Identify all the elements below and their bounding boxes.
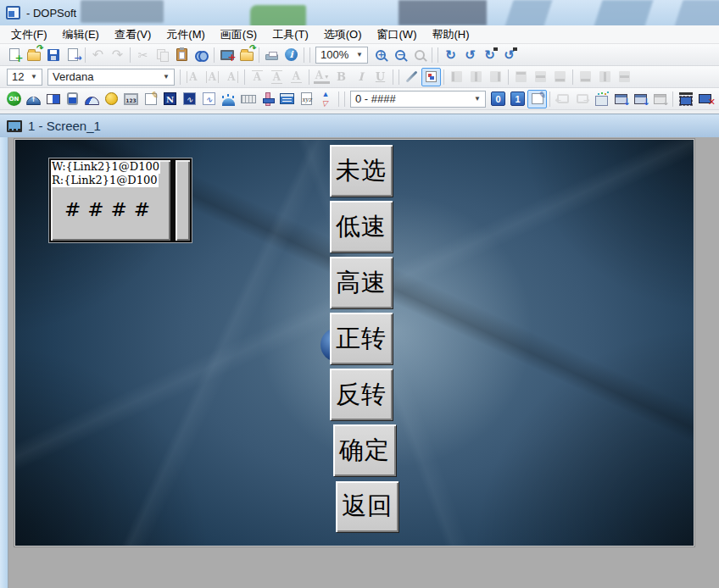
on-button-element-icon[interactable] — [4, 90, 24, 108]
macro-undo-icon[interactable]: ↺ — [499, 46, 519, 64]
keyboard-element-icon[interactable] — [238, 90, 258, 108]
slider-element-icon[interactable] — [258, 90, 277, 108]
separator — [85, 47, 86, 63]
menu-window[interactable]: 窗口(W) — [370, 25, 425, 44]
record-table-element-icon[interactable] — [277, 90, 297, 108]
state-edit-icon[interactable] — [527, 90, 547, 108]
separator — [572, 69, 573, 85]
prev-screen-icon — [553, 90, 572, 108]
font-color-icon: A — [312, 68, 332, 86]
numeric-entry-element-icon[interactable] — [160, 90, 180, 108]
hmi-button-gaosu[interactable]: 高速 — [330, 257, 393, 308]
read-address-label: R:{Link2}1@D100 — [51, 174, 159, 187]
tank-element-icon[interactable] — [63, 90, 82, 108]
font-name-combo[interactable]: Verdana ▼ — [47, 69, 175, 86]
menu-screen[interactable]: 画面(S) — [213, 25, 265, 44]
half-meter-element-icon[interactable] — [82, 90, 102, 108]
hmi-button-disu[interactable]: 低速 — [330, 201, 393, 252]
zoom-combo[interactable]: 100% ▼ — [315, 47, 368, 64]
state-combo[interactable]: 0 - #### ▼ — [350, 91, 486, 108]
separator — [130, 47, 131, 63]
align-text-right-icon: A — [222, 68, 242, 86]
separator — [399, 69, 399, 85]
draw-line-icon[interactable] — [402, 68, 421, 86]
chevron-down-icon[interactable]: ▼ — [25, 73, 37, 80]
new-macro-icon[interactable] — [592, 90, 611, 108]
online-simulate-icon[interactable] — [676, 90, 695, 108]
numeric-display-element-icon[interactable] — [121, 90, 141, 108]
write-address-label: W:{Link2}1@D100 — [51, 160, 160, 174]
hmi-button-queding[interactable]: 确定 — [333, 424, 396, 476]
align-bottom-icon — [550, 68, 570, 86]
macro-redo-icon[interactable]: ↻ — [480, 46, 499, 64]
separator — [438, 47, 438, 63]
toolbar-elements: 0 - #### ▼ 0 1 — [0, 88, 719, 110]
chevron-down-icon[interactable]: ▼ — [469, 95, 481, 103]
separator — [304, 47, 304, 63]
align-text-center-v-icon: A — [267, 68, 287, 86]
state-1-button[interactable]: 1 — [508, 90, 527, 108]
about-icon[interactable] — [281, 46, 301, 64]
meter-element-icon[interactable] — [24, 90, 43, 108]
xyz-document-element-icon[interactable] — [297, 90, 316, 108]
paste-icon[interactable] — [172, 46, 192, 64]
download-screen-icon[interactable] — [611, 90, 631, 108]
separator — [549, 92, 550, 107]
menu-view[interactable]: 查看(V) — [107, 25, 159, 44]
hmi-button-fanhui[interactable]: 返回 — [336, 481, 399, 532]
separator — [672, 92, 673, 107]
separator — [443, 69, 444, 85]
message-display-element-icon[interactable] — [141, 90, 160, 108]
rotate-cw-icon[interactable]: ↻ — [441, 46, 460, 64]
xy-curve-element-icon[interactable] — [199, 90, 219, 108]
separator — [338, 92, 339, 107]
download-all-icon[interactable] — [631, 90, 650, 108]
sort-element-icon[interactable] — [316, 90, 336, 108]
separator — [393, 69, 393, 85]
zoom-fit-icon — [410, 46, 429, 64]
align-left-icon — [447, 68, 466, 86]
trend-curve-element-icon[interactable] — [180, 90, 199, 108]
font-name-value: Verdana — [53, 70, 93, 83]
open-icon[interactable] — [24, 46, 43, 64]
menu-element[interactable]: 元件(M) — [159, 25, 213, 44]
zoom-in-icon[interactable] — [371, 46, 390, 64]
menu-options[interactable]: 选项(O) — [316, 25, 370, 44]
separator — [344, 92, 345, 107]
upload-icon — [650, 90, 670, 108]
transparent-image-icon[interactable] — [421, 68, 441, 86]
open-screen-icon[interactable] — [237, 46, 256, 64]
alarm-element-icon[interactable] — [219, 90, 238, 108]
menu-edit[interactable]: 编辑(E) — [55, 25, 107, 44]
new-icon[interactable] — [4, 46, 24, 64]
app-icon[interactable] — [6, 6, 20, 19]
zoom-out-icon[interactable] — [390, 46, 410, 64]
chevron-down-icon[interactable]: ▼ — [158, 73, 170, 80]
desktop-glass-shape — [399, 0, 487, 25]
menu-file[interactable]: 文件(F) — [3, 25, 55, 44]
hmi-button-zhengzhuan[interactable]: 正转 — [330, 313, 393, 364]
rotate-ccw-icon[interactable]: ↺ — [460, 46, 480, 64]
chevron-down-icon[interactable]: ▼ — [351, 51, 363, 58]
font-size-combo[interactable]: 12 ▼ — [7, 69, 42, 86]
separator — [309, 69, 309, 85]
pilot-lamp-element-icon[interactable] — [102, 90, 121, 108]
state-0-button[interactable]: 0 — [488, 90, 508, 108]
save-icon[interactable] — [43, 46, 63, 64]
numeric-entry-element[interactable]: W:{Link2}1@D100 R:{Link2}1@D100 #### — [48, 158, 192, 243]
offline-simulate-icon[interactable] — [695, 90, 715, 108]
add-screen-icon[interactable] — [217, 46, 237, 64]
bar-element-icon[interactable] — [43, 90, 63, 108]
align-text-top-icon: A — [248, 68, 267, 86]
application-window: - DOPSoft 文件(F) 编辑(E) 查看(V) 元件(M) 画面(S) … — [0, 0, 719, 588]
font-size-value: 12 — [12, 70, 24, 83]
design-canvas[interactable]: W:{Link2}1@D100 R:{Link2}1@D100 #### 未选 … — [15, 140, 694, 546]
menu-help[interactable]: 帮助(H) — [424, 25, 477, 44]
hmi-button-weixuan[interactable]: 未选 — [330, 145, 393, 197]
print-icon[interactable] — [262, 46, 281, 64]
numeric-value-placeholder: #### — [51, 198, 170, 220]
export-icon[interactable] — [63, 46, 82, 64]
hmi-button-fanzhuan[interactable]: 反转 — [330, 369, 393, 420]
find-icon[interactable] — [192, 46, 211, 64]
menu-tools[interactable]: 工具(T) — [265, 25, 316, 44]
